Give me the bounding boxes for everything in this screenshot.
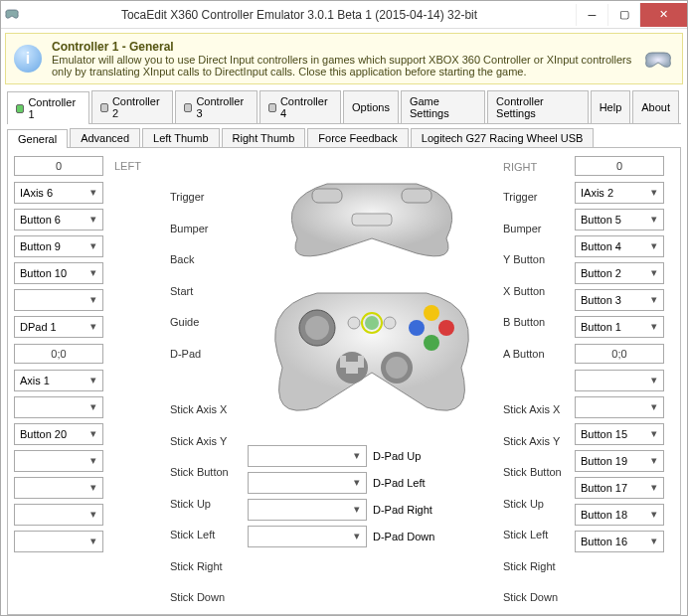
chevron-down-icon: ▾	[86, 481, 100, 495]
label-sup-l: Stick Up	[170, 493, 240, 514]
tab-help[interactable]: Help	[591, 90, 631, 123]
tab-controller-1[interactable]: Controller 1	[7, 91, 89, 124]
right-stickright-combo[interactable]: Button 18▾	[575, 504, 664, 526]
chevron-down-icon: ▾	[647, 374, 661, 387]
chevron-down-icon: ▾	[86, 400, 100, 414]
dpad-left-combo[interactable]: ▾	[248, 472, 367, 494]
b-button-combo[interactable]: Button 3▾	[575, 289, 664, 311]
chevron-down-icon: ▾	[647, 481, 661, 495]
left-labels: Trigger Bumper Back Start Guide D-Pad St…	[170, 154, 240, 608]
back-combo[interactable]: Button 9▾	[14, 235, 103, 257]
y-button-combo[interactable]: Button 4▾	[575, 235, 664, 257]
label-start: Start	[170, 280, 240, 301]
left-axisx-combo[interactable]: Axis 1▾	[14, 370, 103, 391]
status-dot-icon	[100, 103, 108, 112]
dpad-mapping: ▾D-Pad Up ▾D-Pad Left ▾D-Pad Right ▾D-Pa…	[242, 444, 501, 547]
left-stickbtn-combo[interactable]: Button 20▾	[14, 423, 103, 445]
tab-device[interactable]: Logitech G27 Racing Wheel USB	[411, 128, 595, 147]
chevron-down-icon: ▾	[647, 186, 661, 200]
chevron-down-icon: ▾	[647, 266, 661, 280]
chevron-down-icon: ▾	[647, 400, 661, 414]
label-sdown-r: Stick Down	[503, 586, 573, 607]
guide-combo[interactable]: ▾	[14, 289, 103, 311]
svg-rect-0	[352, 214, 392, 226]
main-tabstrip: Controller 1 Controller 2 Controller 3 C…	[7, 90, 681, 124]
info-text: Controller 1 - General Emulator will all…	[52, 40, 632, 77]
chevron-down-icon: ▾	[647, 213, 661, 227]
left-mapping-column: 0LEFT IAxis 6▾ Button 6▾ Button 9▾ Butto…	[14, 154, 168, 608]
right-axisx-combo[interactable]: ▾	[575, 370, 664, 391]
tab-left-thumb[interactable]: Left Thumb	[142, 128, 219, 147]
label-bumper-l: Bumper	[170, 218, 240, 238]
close-button[interactable]: ✕	[639, 3, 687, 27]
label-sbtn-l: Stick Button	[170, 462, 240, 483]
left-stickup-combo[interactable]: ▾	[14, 450, 103, 472]
svg-point-14	[438, 320, 454, 336]
tab-controller-2[interactable]: Controller 2	[91, 90, 174, 123]
label-dpad-right: D-Pad Right	[373, 504, 462, 516]
chevron-down-icon: ▾	[86, 427, 100, 441]
left-stickright-combo[interactable]: ▾	[14, 504, 103, 526]
chevron-down-icon: ▾	[350, 503, 364, 517]
dpad-up-combo[interactable]: ▾	[248, 445, 367, 467]
right-trigger-combo[interactable]: IAxis 2▾	[575, 182, 664, 204]
label-dpad-down: D-Pad Down	[373, 531, 462, 542]
right-trigger-value-readout: 0	[575, 156, 664, 176]
label-axisx-l: Stick Axis X	[170, 399, 240, 420]
right-labels: RIGHT Trigger Bumper Y Button X Button B…	[503, 154, 573, 608]
tab-general[interactable]: General	[7, 129, 68, 148]
label-back: Back	[170, 249, 240, 270]
right-axisy-combo[interactable]: ▾	[575, 396, 664, 418]
tab-right-thumb[interactable]: Right Thumb	[222, 128, 306, 147]
maximize-button[interactable]: ▢	[607, 4, 639, 26]
minimize-button[interactable]: ─	[576, 4, 607, 26]
label-bumper-r: Bumper	[503, 218, 573, 238]
label-trigger-l: Trigger	[170, 187, 240, 208]
label-dpad-left: D-Pad Left	[373, 477, 462, 489]
chevron-down-icon: ▾	[647, 239, 661, 253]
left-stickdown-combo[interactable]: ▾	[14, 531, 103, 552]
right-stickdown-combo[interactable]: Button 16▾	[575, 531, 664, 552]
start-combo[interactable]: Button 10▾	[14, 262, 103, 284]
chevron-down-icon: ▾	[86, 186, 100, 200]
tab-controller-3[interactable]: Controller 3	[175, 90, 258, 123]
svg-point-7	[386, 357, 408, 379]
left-trigger-combo[interactable]: IAxis 6▾	[14, 182, 103, 204]
label-sleft-r: Stick Left	[503, 524, 573, 544]
svg-rect-1	[312, 189, 342, 203]
x-button-combo[interactable]: Button 2▾	[575, 262, 664, 284]
controller-front-view-icon	[243, 268, 501, 427]
right-bumper-combo[interactable]: Button 5▾	[575, 209, 664, 231]
svg-point-9	[365, 316, 379, 330]
right-stickup-combo[interactable]: Button 19▾	[575, 450, 664, 472]
info-icon: i	[14, 45, 42, 73]
label-axisy-r: Stick Axis Y	[503, 430, 573, 451]
svg-point-12	[424, 305, 439, 321]
dpad-down-combo[interactable]: ▾	[248, 526, 367, 547]
dpad-right-combo[interactable]: ▾	[248, 499, 367, 521]
tab-about[interactable]: About	[632, 90, 679, 123]
left-bumper-combo[interactable]: Button 6▾	[14, 209, 103, 231]
tab-options[interactable]: Options	[343, 90, 399, 123]
dpad-combo[interactable]: DPad 1▾	[14, 316, 103, 338]
left-stickleft-combo[interactable]: ▾	[14, 477, 103, 499]
controller-icon	[642, 47, 674, 71]
label-sright-r: Stick Right	[503, 555, 573, 576]
tab-advanced[interactable]: Advanced	[70, 128, 140, 147]
right-stickleft-combo[interactable]: Button 17▾	[575, 477, 664, 499]
right-stick-coord: 0;0	[575, 344, 664, 364]
right-stickbtn-combo[interactable]: Button 15▾	[575, 423, 664, 445]
svg-point-11	[384, 317, 396, 329]
chevron-down-icon: ▾	[350, 476, 364, 490]
chevron-down-icon: ▾	[86, 320, 100, 334]
a-button-combo[interactable]: Button 1▾	[575, 316, 664, 338]
svg-rect-2	[402, 189, 431, 203]
tab-game-settings[interactable]: Game Settings	[401, 90, 485, 123]
tab-controller-settings[interactable]: Controller Settings	[487, 90, 589, 123]
app-icon	[1, 7, 23, 23]
status-dot-icon	[16, 104, 24, 113]
left-axisy-combo[interactable]: ▾	[14, 396, 103, 418]
tab-controller-4[interactable]: Controller 4	[259, 90, 342, 123]
info-heading: Controller 1 - General	[52, 40, 174, 54]
tab-force-feedback[interactable]: Force Feedback	[307, 128, 408, 147]
